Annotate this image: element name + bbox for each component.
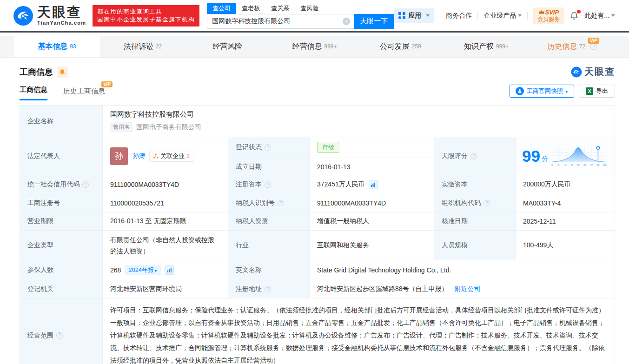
legal-rep-avatar[interactable]: 孙 <box>110 147 128 165</box>
chevron-down-icon <box>426 14 430 17</box>
english-name-label: 英文名称 <box>228 260 310 280</box>
subscribe-bell-button[interactable] <box>57 66 68 78</box>
divider <box>527 12 528 20</box>
tab-legal-litigation[interactable]: 法律诉讼 22 <box>100 36 186 57</box>
table-row-insured-count: 参保人数 268 2024年报 ▸ 英文名称 State Grid Digita… <box>20 260 615 280</box>
user-menu[interactable]: 此处有... <box>584 12 615 20</box>
logo-title: 天眼查 <box>37 6 86 19</box>
search-tab-risk[interactable]: 查风险 <box>295 3 324 14</box>
legal-rep-label: 法定代表人 <box>20 137 103 175</box>
tab-company-development[interactable]: 公司发展 259 <box>358 36 444 57</box>
reg-status-label: 登记状态? <box>228 137 310 158</box>
approval-date-value: 2025-12-11 <box>516 212 615 230</box>
taxpayer-quality-label: 纳税人资质 <box>228 212 310 230</box>
help-icon[interactable]: ? <box>56 332 63 339</box>
tianyancha-logo-icon <box>13 6 33 26</box>
help-icon[interactable]: ? <box>590 43 597 50</box>
tianyancha-watermark-icon <box>571 66 582 78</box>
svg-text:0: 0 <box>551 164 553 166</box>
svip-membership-button[interactable]: SVIP 会员服务 <box>533 7 564 24</box>
business-cooperation-link[interactable]: 商务合作 <box>446 12 472 20</box>
business-term-value: 2016-01-13 至 无固定期限 <box>103 212 228 230</box>
help-icon[interactable]: ? <box>470 153 477 159</box>
clear-icon[interactable]: × <box>343 18 350 25</box>
help-icon[interactable]: ? <box>265 144 271 151</box>
reg-number-label: 工商注册号 <box>20 194 103 212</box>
industry-value: 互联网和相关服务 <box>310 231 434 260</box>
svg-text:3: 3 <box>564 164 566 166</box>
status-badge: 存续 <box>317 142 339 153</box>
tianyan-score[interactable]: 99 分 <box>516 137 615 175</box>
business-info-table: 企业名称 国网数字科技控股有限公司 曾用名 国网电子商务有限公司 法定代表人 孙… <box>20 105 615 364</box>
establish-date-value: 2016-01-13 <box>310 158 434 176</box>
export-button[interactable]: X 导出 <box>579 85 615 98</box>
apps-grid-icon <box>398 12 405 19</box>
crown-icon <box>539 10 544 14</box>
related-companies-badge[interactable]: 关联企业 2 <box>149 151 193 162</box>
svg-text:15: 15 <box>570 164 573 166</box>
tab-intellectual-property[interactable]: 知识产权 999+ <box>444 36 530 57</box>
help-icon[interactable]: ? <box>82 181 89 188</box>
tab-basic-info[interactable]: 基本信息 93 <box>14 36 100 57</box>
capital-chart-icon[interactable] <box>369 180 378 189</box>
help-icon[interactable]: ? <box>265 181 271 188</box>
company-type-label: 企业类型 <box>20 231 103 260</box>
network-icon <box>153 153 159 159</box>
business-scope-value: 许可项目：互联网信息服务；保险代理业务；认证服务。（依法须经批准的项目，经相关部… <box>110 304 607 364</box>
subtab-history-business-info[interactable]: 历史工商信息 VIP <box>63 87 105 100</box>
main-content: 工商信息 天眼查 工商信息 历史工商信息 VIP <box>0 66 629 364</box>
nearby-companies-link[interactable]: 附近公司 <box>455 285 481 293</box>
tab-operation-info[interactable]: 经营信息 999+ <box>271 36 358 57</box>
table-row-credit-code: 统一社会信用代码? 91110000MA0033TY4D 注册资本? 37245… <box>20 175 615 194</box>
table-row-business-scope: 经营范围? 许可项目：互联网信息服务；保险代理业务；认证服务。（依法须经批准的项… <box>20 298 615 364</box>
table-row-legal-rep: 法定代表人 孙 孙涛 关联企业 2 登记状态? <box>20 137 615 175</box>
annual-report-badge[interactable]: 2024年报 ▸ <box>125 265 161 275</box>
company-name-label: 企业名称 <box>20 106 103 137</box>
former-name-value: 国网电子商务有限公司 <box>136 123 201 132</box>
help-icon[interactable]: ? <box>278 200 284 206</box>
notifications-bell[interactable] <box>569 11 579 20</box>
arrow-right-icon: ▸ <box>155 268 157 273</box>
logo-domain: TianYanCha.com <box>37 20 86 26</box>
search-tab-relation[interactable]: 查关系 <box>265 3 295 14</box>
enterprise-products-link[interactable]: 企业级产品 <box>483 12 522 20</box>
svg-text:85: 85 <box>583 164 586 166</box>
company-type-value: 有限责任公司（非自然人投资或控股的法人独资） <box>103 231 228 260</box>
subtab-business-info[interactable]: 工商信息 <box>20 86 47 100</box>
table-row-business-term: 营业期限 2016-01-13 至 无固定期限 纳税人资质 增值税一般纳税人 核… <box>20 212 615 231</box>
official-snapshot-button[interactable]: 工商官网快照 ▸ <box>510 85 574 98</box>
score-label: 天眼评分? <box>434 137 516 175</box>
notification-dot <box>577 10 581 13</box>
table-row-company-name: 企业名称 国网数字科技控股有限公司 曾用名 国网电子商务有限公司 <box>20 106 615 137</box>
svg-text:50: 50 <box>577 164 580 166</box>
help-icon[interactable]: ? <box>265 286 271 292</box>
tianyancha-logo[interactable]: 天眼查 TianYanCha.com <box>13 6 86 26</box>
tab-history-info[interactable]: VIP 历史信息 72 ? <box>529 36 615 57</box>
svg-text:99: 99 <box>597 164 600 166</box>
arrow-right-icon: ▸ <box>566 89 568 94</box>
former-name-badge: 曾用名 <box>110 122 132 132</box>
bell-icon <box>59 69 66 75</box>
apps-button[interactable]: 应用 <box>394 8 434 23</box>
stamp-icon <box>516 87 524 95</box>
table-row-company-type: 企业类型 有限责任公司（非自然人投资或控股的法人独资） 行业 互联网和相关服务 … <box>20 231 615 260</box>
insured-chart-icon[interactable] <box>165 265 174 275</box>
search-button[interactable]: 天眼一下 <box>354 14 394 29</box>
chevron-down-icon <box>611 14 615 17</box>
legal-rep-name-link[interactable]: 孙涛 <box>132 152 146 160</box>
reg-capital-label: 注册资本? <box>228 175 310 194</box>
tab-operation-risk[interactable]: 经营风险 <box>185 36 271 57</box>
search-input[interactable] <box>207 14 354 28</box>
promo-banner: 都在用的商业查询工具 国家中小企业发展子基金旗下机构 <box>93 5 199 26</box>
business-term-label: 营业期限 <box>20 212 103 230</box>
reg-address-value: 河北雄安新区起步区渥城路88号（自主申报） <box>317 285 448 293</box>
paid-capital-label: 实缴资本 <box>434 175 516 194</box>
vip-badge: VIP <box>588 38 599 44</box>
search-tab-boss[interactable]: 查老板 <box>236 3 265 14</box>
score-distribution-chart: 0 1 3 15 50 85 97 99 100 <box>550 139 607 173</box>
help-icon[interactable]: ? <box>483 200 490 206</box>
insured-count-value: 268 <box>110 266 121 274</box>
search-tab-company[interactable]: 查公司 <box>207 3 236 14</box>
business-scope-label: 经营范围? <box>20 298 103 364</box>
site-header: 天眼查 TianYanCha.com 都在用的商业查询工具 国家中小企业发展子基… <box>0 0 629 33</box>
